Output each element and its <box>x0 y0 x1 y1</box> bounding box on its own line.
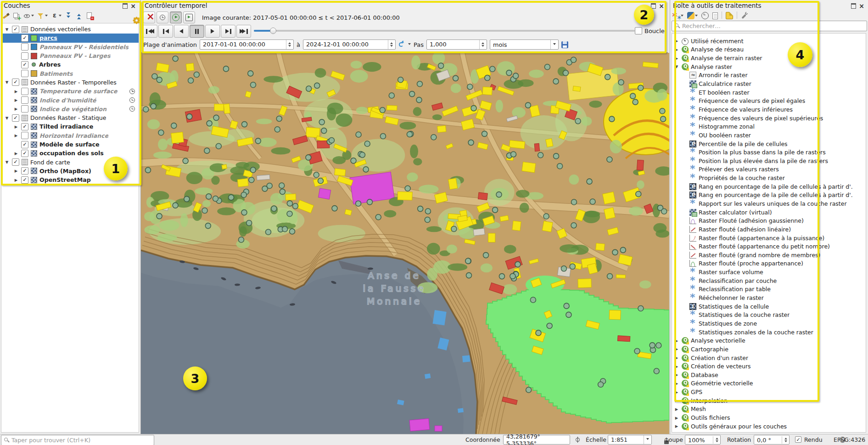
magnifier-spinbox[interactable]: 100% <box>685 435 721 445</box>
toolbox-row-mesh[interactable]: ▶Mesh <box>672 405 866 414</box>
step-unit-combo[interactable]: mois <box>490 39 559 50</box>
skip-to-start-button[interactable] <box>143 25 157 38</box>
expander-open-icon[interactable]: ▼ <box>4 27 10 32</box>
frame-forward-button[interactable] <box>221 25 235 38</box>
toolbox-row-raster-flout-appartenance-du-petit-nombre[interactable]: Raster flouté (appartenance du petit nom… <box>672 242 866 251</box>
layer-checkbox[interactable]: ✓ <box>12 158 19 166</box>
models-button[interactable] <box>726 11 733 19</box>
layer-checkbox[interactable]: ✓ <box>21 123 28 130</box>
expand-all-button[interactable] <box>65 11 72 19</box>
expander-closed-icon[interactable]: ▶ <box>674 416 679 420</box>
movie-export-button[interactable] <box>183 11 195 23</box>
toolbox-row-fr-quence-de-valeurs-de-pixel-gales[interactable]: Fréquence de valeurs de pixel égales <box>672 96 866 105</box>
filter-legend-button[interactable] <box>38 11 48 19</box>
frame-back-button[interactable] <box>158 25 173 38</box>
pause-button[interactable] <box>190 25 204 38</box>
toolbox-search-input[interactable] <box>682 23 867 29</box>
locator-input[interactable] <box>11 437 154 444</box>
layer-row-tilted-irradiance[interactable]: ▶✓Tilted irradiance <box>1 122 139 131</box>
layer-row-parcs[interactable]: ✓parcs <box>1 34 139 42</box>
toolbox-row-percentile-de-la-pile-de-cellules[interactable]: Percentile de la pile de cellules <box>672 140 866 148</box>
expander-closed-icon[interactable]: ▶ <box>13 124 19 129</box>
expander-closed-icon[interactable]: ▶ <box>13 107 19 111</box>
layer-checkbox[interactable] <box>21 132 28 139</box>
rotation-spinbox[interactable]: 0,0 ° <box>754 435 790 445</box>
layer-checkbox[interactable]: ✓ <box>12 114 19 122</box>
toolbox-row-g-om-trie-vectorielle[interactable]: ▶Géométrie vectorielle <box>672 379 866 388</box>
toolbox-row-analyse-de-r-seau[interactable]: ▶Analyse de réseau <box>672 45 866 54</box>
toolbox-row-raster-flout-proche-appartenance[interactable]: Raster flouté (proche appartenance) <box>672 259 866 268</box>
locator-box[interactable] <box>1 435 154 445</box>
expander-closed-icon[interactable]: ▶ <box>13 89 19 94</box>
add-group-button[interactable] <box>13 11 20 19</box>
panel-float-icon[interactable] <box>123 3 128 9</box>
layer-checkbox[interactable] <box>21 105 28 113</box>
toolbox-row-arrondir-le-raster[interactable]: Arrondir le raster <box>672 71 866 80</box>
remove-layer-button[interactable] <box>86 11 93 19</box>
toolbox-row-ou-bool-en-raster[interactable]: OU booléen raster <box>672 131 866 140</box>
layer-checkbox[interactable]: ✓ <box>12 79 19 86</box>
toolbox-row-analyse-de-terrain-raster[interactable]: ▶Analyse de terrain raster <box>672 54 866 62</box>
render-checkbox[interactable]: ✓ <box>795 436 801 443</box>
toolbox-row-outils-g-n-raux-pour-les-couches[interactable]: ▶Outils généraux pour les couches <box>672 422 866 431</box>
layer-row-donn-es-raster-statique[interactable]: ▼✓Données Raster - Statique <box>1 113 139 122</box>
toolbox-row-raster-flout-grand-nombre-de-membres[interactable]: Raster flouté (grand nombre de membres) <box>672 251 866 259</box>
toolbox-row-propri-t-s-de-la-couche-raster[interactable]: Propriétés de la couche raster <box>672 174 866 182</box>
layer-row-arbres[interactable]: ✓Arbres <box>1 60 139 69</box>
toolbox-row-utilis-r-cemment[interactable]: ▶Utilisé récemment <box>672 37 866 45</box>
loop-checkbox[interactable] <box>635 27 642 34</box>
layer-checkbox[interactable] <box>21 70 28 77</box>
toolbox-row-cr-ation-de-vecteurs[interactable]: ▶Création de vecteurs <box>672 362 866 371</box>
expander-closed-icon[interactable]: ▶ <box>674 39 679 43</box>
expander-closed-icon[interactable]: ▶ <box>674 407 679 411</box>
coordinate-field[interactable]: 43,281679° 5,353336° <box>503 435 570 445</box>
expander-open-icon[interactable]: ▼ <box>4 116 10 120</box>
expander-closed-icon[interactable]: ▶ <box>13 98 19 102</box>
dropdown-caret-icon[interactable] <box>408 43 411 46</box>
expander-open-icon[interactable]: ▼ <box>4 80 10 84</box>
layer-checkbox[interactable] <box>21 88 28 95</box>
toolbox-row-analyse-vectorielle[interactable]: ▶Analyse vectorielle <box>672 336 866 345</box>
toolbox-row-statistiques-zonales-de-la-couche-raster[interactable]: Statistiques zonales de la couche raster <box>672 328 866 337</box>
toolbox-row-outils-fichiers[interactable]: ▶Outils fichiers <box>672 413 866 422</box>
timeline-slider-handle[interactable] <box>270 28 276 34</box>
toolbox-row-gps[interactable]: ▶GPS <box>672 388 866 396</box>
step-spinbox[interactable]: 1,000 <box>426 39 487 50</box>
expander-closed-icon[interactable]: ▶ <box>674 381 679 386</box>
layer-checkbox[interactable]: ✓ <box>21 34 28 42</box>
layer-row-panneaux-pv-larges[interactable]: Panneaux PV - Larges <box>1 51 139 60</box>
layer-row-indice-de-v-g-tation[interactable]: ▶Indice de végétation <box>1 105 139 113</box>
layer-checkbox[interactable]: ✓ <box>21 61 28 68</box>
expander-closed-icon[interactable]: ▶ <box>674 364 679 369</box>
toolbox-row-fr-quence-des-valeurs-de-pixel-sup-rieures[interactable]: Fréquence des valeurs de pixel supérieur… <box>672 114 866 123</box>
layer-checkbox[interactable]: ✓ <box>21 141 28 148</box>
layer-row-donn-es-raster-temporelles[interactable]: ▼✓Données Raster - Temporelles <box>1 78 139 87</box>
expander-closed-icon[interactable]: ▶ <box>674 47 679 52</box>
toolbox-row-reclassification-par-table[interactable]: Reclassification par table <box>672 285 866 294</box>
panel-close-icon[interactable]: × <box>130 4 136 8</box>
toolbox-row-statistiques-de-la-couche-raster[interactable]: Statistiques de la couche raster <box>672 311 866 320</box>
toolbox-row-cartographie[interactable]: ▶Cartographie <box>672 345 866 354</box>
map-themes-button[interactable] <box>24 11 34 19</box>
toolbox-row-fr-quence-de-valeurs-inf-rieures[interactable]: Fréquence de valeurs inférieures <box>672 105 866 114</box>
layer-checkbox[interactable] <box>21 52 28 60</box>
toolbox-row-raster-surface-volume[interactable]: Raster surface volume <box>672 268 866 276</box>
toolbox-row-database[interactable]: ▶Database <box>672 371 866 379</box>
expander-closed-icon[interactable]: ▶ <box>13 133 19 138</box>
panel-close-icon[interactable]: × <box>859 4 864 8</box>
log-button[interactable] <box>712 11 718 19</box>
expander-closed-icon[interactable]: ▶ <box>674 338 679 343</box>
toolbox-row-histogramme-zonal[interactable]: Histogramme zonal <box>672 122 866 131</box>
python-button[interactable] <box>687 11 698 19</box>
expander-closed-icon[interactable]: ▶ <box>674 347 679 351</box>
wrench-button[interactable] <box>741 11 748 19</box>
range-start-spinbox[interactable]: 2017-01-01 00:00:00 <box>200 39 294 50</box>
layer-row-horizontal-irradiance[interactable]: ▶Horizontal Irradiance <box>1 131 139 140</box>
toolbox-row-et-bool-en-raster[interactable]: ET booléen raster <box>672 88 866 97</box>
expander-open-icon[interactable]: ▼ <box>4 160 10 164</box>
spin-arrows-icon[interactable] <box>286 40 293 49</box>
toolbox-row-pr-lever-des-valeurs-rasters[interactable]: Prélever des valeurs rasters <box>672 165 866 174</box>
expander-closed-icon[interactable]: ▶ <box>674 398 679 403</box>
layer-row-donn-es-vectorielles[interactable]: ▼✓Données vectorielles <box>1 25 139 34</box>
toolbox-row-rang-en-pourcentage-de-la-pile-de-cellules-partir-d[interactable]: Rang en pourcentage de la pile de cellul… <box>672 191 866 200</box>
